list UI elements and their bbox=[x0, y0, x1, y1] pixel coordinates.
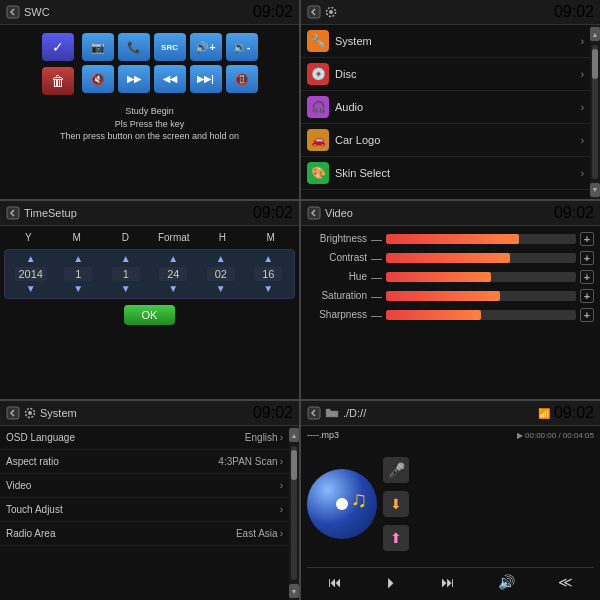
swc-end-btn[interactable]: 📵 bbox=[226, 65, 258, 93]
sys-item-radio[interactable]: Radio Area East Asia › bbox=[0, 522, 289, 546]
media-filename: ----.mp3 bbox=[307, 430, 339, 440]
media-ff-btn[interactable]: ⏭ bbox=[437, 572, 459, 592]
time-cell-Y-val: 2014 bbox=[12, 267, 50, 281]
year-dn-btn[interactable]: ▼ bbox=[26, 284, 36, 294]
radio-label: Radio Area bbox=[6, 528, 236, 539]
radio-value: East Asia bbox=[236, 528, 278, 539]
video-label: Video bbox=[6, 480, 280, 491]
media-skip-btn[interactable]: ≪ bbox=[554, 572, 577, 592]
min-dn-btn[interactable]: ▼ bbox=[263, 284, 273, 294]
sys-scroll-up-btn[interactable]: ▲ bbox=[289, 428, 299, 442]
timesetup-title: TimeSetup bbox=[24, 207, 77, 219]
format-dn-btn[interactable]: ▼ bbox=[168, 284, 178, 294]
sys-scroll-dn-btn[interactable]: ▼ bbox=[289, 584, 299, 598]
media-play-btn[interactable]: ⏵ bbox=[381, 572, 403, 592]
settings-back-icon[interactable] bbox=[307, 5, 321, 19]
video-body: Brightness — + Contrast — + Hue — bbox=[301, 226, 600, 400]
settings-header: 09:02 bbox=[301, 0, 600, 25]
back-icon[interactable] bbox=[6, 5, 20, 19]
swc-camera-btn[interactable]: 📷 bbox=[82, 33, 114, 61]
timesetup-back-icon[interactable] bbox=[6, 206, 20, 220]
media-back-icon[interactable] bbox=[307, 406, 321, 420]
sys-item-touch[interactable]: Touch Adjust › bbox=[0, 498, 289, 522]
hour-dn-btn[interactable]: ▼ bbox=[216, 284, 226, 294]
system-title: System bbox=[40, 407, 77, 419]
audio-arrow: › bbox=[581, 102, 584, 113]
day-dn-btn[interactable]: ▼ bbox=[121, 284, 131, 294]
media-share-btn[interactable]: ⬆ bbox=[383, 525, 409, 551]
settings-item-audio[interactable]: 🎧 Audio › bbox=[301, 91, 590, 124]
panel-video: Video 09:02 Brightness — + Contrast — + bbox=[301, 201, 600, 400]
video-back-icon[interactable] bbox=[307, 206, 321, 220]
panel-settings: 09:02 🔧 System › 💿 Disc › 🎧 Audio › bbox=[301, 0, 600, 199]
swc-volup-btn[interactable]: 🔊+ bbox=[190, 33, 222, 61]
brightness-plus[interactable]: + bbox=[580, 232, 594, 246]
hue-minus[interactable]: — bbox=[371, 271, 382, 283]
sharpness-plus[interactable]: + bbox=[580, 308, 594, 322]
scroll-down-btn[interactable]: ▼ bbox=[590, 183, 600, 197]
time-cell-Y-dn: ▼ bbox=[12, 284, 50, 294]
month-dn-btn[interactable]: ▼ bbox=[73, 284, 83, 294]
hue-plus[interactable]: + bbox=[580, 270, 594, 284]
time-cell-H-up: ▲ bbox=[202, 254, 240, 264]
swc-voldn-btn[interactable]: 🔉- bbox=[226, 33, 258, 61]
label-Format: Format bbox=[154, 232, 194, 243]
media-mic-btn[interactable]: 🎤 bbox=[383, 457, 409, 483]
swc-ff-btn[interactable]: ▶▶| bbox=[190, 65, 222, 93]
label-Y: Y bbox=[8, 232, 48, 243]
settings-item-system[interactable]: 🔧 System › bbox=[301, 25, 590, 58]
system-list: OSD Language English › Aspect ratio 4:3P… bbox=[0, 426, 289, 600]
scroll-up-btn[interactable]: ▲ bbox=[590, 27, 600, 41]
swc-mute-btn[interactable]: 🔇 bbox=[82, 65, 114, 93]
time-cell-D-val: 1 bbox=[107, 267, 145, 281]
min-up-btn[interactable]: ▲ bbox=[263, 254, 273, 264]
saturation-plus[interactable]: + bbox=[580, 289, 594, 303]
hour-up-btn[interactable]: ▲ bbox=[216, 254, 226, 264]
sharpness-minus[interactable]: — bbox=[371, 309, 382, 321]
year-up-btn[interactable]: ▲ bbox=[26, 254, 36, 264]
month-value: 1 bbox=[64, 267, 92, 281]
folder-icon bbox=[325, 407, 339, 419]
osd-value: English bbox=[245, 432, 278, 443]
scroll-thumb bbox=[592, 49, 598, 79]
skin-icon: 🎨 bbox=[307, 162, 329, 184]
swc-trash-btn[interactable]: 🗑 bbox=[42, 67, 74, 95]
settings-item-disc[interactable]: 💿 Disc › bbox=[301, 58, 590, 91]
media-vol-btn[interactable]: 🔊 bbox=[494, 572, 519, 592]
saturation-minus[interactable]: — bbox=[371, 290, 382, 302]
system-header-left: System bbox=[6, 406, 77, 420]
time-ok-button[interactable]: OK bbox=[124, 305, 176, 325]
contrast-plus[interactable]: + bbox=[580, 251, 594, 265]
contrast-minus[interactable]: — bbox=[371, 252, 382, 264]
settings-item-carlogo[interactable]: 🚗 Car Logo › bbox=[301, 124, 590, 157]
system-back-icon[interactable] bbox=[6, 406, 20, 420]
swc-check-btn[interactable]: ✓ bbox=[42, 33, 74, 61]
day-up-btn[interactable]: ▲ bbox=[121, 254, 131, 264]
media-rw-btn[interactable]: ⏮ bbox=[324, 572, 346, 592]
sys-item-video[interactable]: Video › bbox=[0, 474, 289, 498]
swc-next-btn[interactable]: ▶▶ bbox=[118, 65, 150, 93]
brightness-minus[interactable]: — bbox=[371, 233, 382, 245]
contrast-row: Contrast — + bbox=[307, 251, 594, 265]
settings-item-skin[interactable]: 🎨 Skin Select › bbox=[301, 157, 590, 190]
aspect-value: 4:3PAN Scan bbox=[218, 456, 277, 467]
swc-src-btn[interactable]: SRC bbox=[154, 33, 186, 61]
sys-item-osd[interactable]: OSD Language English › bbox=[0, 426, 289, 450]
svg-rect-1 bbox=[308, 6, 320, 18]
label-Min: M bbox=[251, 232, 291, 243]
swc-phone-btn[interactable]: 📞 bbox=[118, 33, 150, 61]
time-labels-row: Y M D Format H M bbox=[4, 232, 295, 243]
sys-item-aspect[interactable]: Aspect ratio 4:3PAN Scan › bbox=[0, 450, 289, 474]
format-up-btn[interactable]: ▲ bbox=[168, 254, 178, 264]
media-down-btn[interactable]: ⬇ bbox=[383, 491, 409, 517]
month-up-btn[interactable]: ▲ bbox=[73, 254, 83, 264]
svg-rect-5 bbox=[308, 207, 320, 219]
swc-study-text: Study Begin Pls Press the key Then press… bbox=[60, 105, 239, 143]
carlogo-label: Car Logo bbox=[335, 134, 575, 146]
swc-prev-btn[interactable]: ◀◀ bbox=[154, 65, 186, 93]
svg-point-2 bbox=[329, 10, 333, 14]
media-content: ♫ 🎤 ⬇ ⬆ bbox=[307, 443, 594, 564]
time-cell-Fmt-val: 24 bbox=[154, 267, 192, 281]
time-cell-M-up: ▲ bbox=[59, 254, 97, 264]
year-value: 2014 bbox=[15, 267, 47, 281]
